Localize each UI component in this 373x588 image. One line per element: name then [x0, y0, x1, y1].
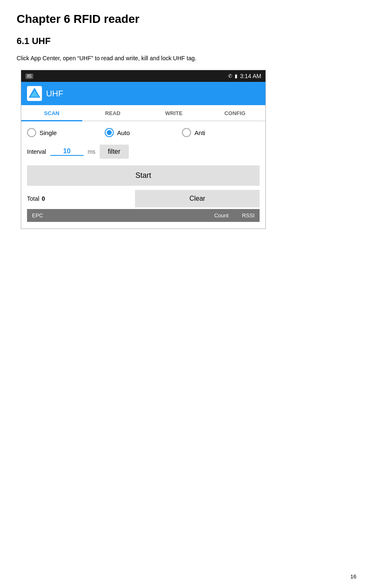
- status-bar: 85 ✆ ▮ 3:14 AM: [21, 70, 265, 82]
- phone-mockup: 85 ✆ ▮ 3:14 AM UHF SCAN: [21, 70, 266, 229]
- start-button[interactable]: Start: [27, 165, 260, 186]
- app-header: UHF: [21, 82, 265, 105]
- status-time: 3:14 AM: [240, 73, 261, 79]
- section-title: 6.1 UHF: [17, 36, 356, 47]
- logo-svg: [27, 86, 42, 101]
- radio-label-single: Single: [39, 129, 57, 136]
- tab-read[interactable]: READ: [82, 105, 143, 121]
- app-logo: [27, 86, 42, 101]
- tab-write[interactable]: WRITE: [143, 105, 204, 121]
- total-value: 0: [42, 195, 45, 202]
- radio-auto[interactable]: Auto: [105, 128, 182, 137]
- radio-circle-anti: [182, 128, 191, 137]
- radio-label-auto: Auto: [117, 129, 130, 136]
- status-bar-right: ✆ ▮ 3:14 AM: [228, 73, 261, 79]
- app-title-label: UHF: [46, 89, 63, 98]
- description-text: Click App Center, open “UHF” to read and…: [17, 55, 356, 62]
- tab-config[interactable]: CONFIG: [204, 105, 265, 121]
- radio-circle-single: [27, 128, 36, 137]
- radio-circle-auto: [105, 128, 114, 137]
- radio-label-anti: Anti: [194, 129, 205, 136]
- total-clear-row: Total 0 Clear: [27, 190, 260, 207]
- radio-inner-auto: [107, 130, 112, 135]
- interval-input[interactable]: [50, 148, 83, 156]
- tab-bar: SCAN READ WRITE CONFIG: [21, 105, 265, 121]
- radio-single[interactable]: Single: [27, 128, 105, 137]
- page-number: 16: [351, 573, 356, 580]
- clear-button[interactable]: Clear: [135, 190, 260, 207]
- th-rssi: RSSI: [234, 212, 255, 219]
- battery-icon: ▮: [235, 73, 238, 79]
- filter-button[interactable]: filter: [100, 145, 129, 159]
- total-label: Total: [27, 195, 39, 202]
- table-header: EPC Count RSSI: [27, 209, 260, 222]
- chapter-title: Chapter 6 RFID reader: [17, 12, 356, 26]
- app-content: Single Auto Anti Interval ms filte: [21, 121, 265, 229]
- notification-number: 85: [25, 74, 33, 79]
- interval-row: Interval ms filter: [27, 145, 260, 159]
- interval-label: Interval: [27, 148, 46, 155]
- interval-unit: ms: [88, 148, 96, 155]
- th-count: Count: [209, 212, 234, 219]
- radio-row: Single Auto Anti: [27, 128, 260, 137]
- signal-icon: ✆: [228, 73, 232, 79]
- th-epc: EPC: [32, 212, 209, 219]
- radio-anti[interactable]: Anti: [182, 128, 260, 137]
- status-bar-left: 85: [25, 74, 33, 79]
- tab-scan[interactable]: SCAN: [21, 105, 82, 121]
